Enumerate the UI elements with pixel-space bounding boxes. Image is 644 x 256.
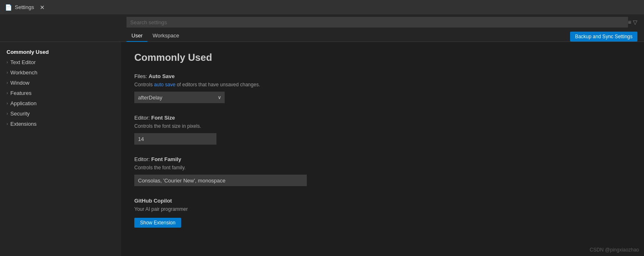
sidebar-item-window[interactable]: › Window (0, 78, 121, 88)
content-area: Commonly Used › Text Editor › Workbench … (0, 42, 644, 256)
backup-sync-button[interactable]: Backup and Sync Settings (570, 32, 637, 42)
setting-label-prefix: Files: (134, 73, 149, 79)
setting-label-autosave: Files: Auto Save (134, 73, 631, 79)
search-row: ≡ ▽ (0, 14, 644, 30)
sidebar-item-application[interactable]: › Application (0, 98, 121, 108)
setting-font-family: Editor: Font Family Controls the font fa… (134, 156, 631, 186)
page-title: Commonly Used (134, 52, 631, 63)
chevron-right-icon: › (7, 101, 8, 106)
sidebar-item-label: Features (10, 90, 31, 96)
search-input[interactable] (126, 17, 628, 28)
sidebar: Commonly Used › Text Editor › Workbench … (0, 42, 121, 256)
sidebar-item-label: Extensions (10, 121, 37, 127)
sidebar-item-label: Window (10, 80, 29, 86)
watermark: CSDN @pingxiaozhao (590, 247, 639, 253)
setting-desc-github: Your AI pair programmer (134, 205, 631, 213)
setting-github-copilot: GitHub Copilot Your AI pair programmer S… (134, 198, 631, 228)
setting-desc-fontsize: Controls the font size in pixels. (134, 122, 631, 130)
setting-label-bold: Font Family (151, 156, 181, 162)
setting-label-bold: Auto Save (149, 73, 175, 79)
font-family-input[interactable] (134, 175, 307, 186)
github-copilot-title: GitHub Copilot (134, 198, 631, 204)
autosave-select[interactable]: off afterDelay afterWindowChange onFocus… (134, 92, 225, 103)
setting-label-fontsize: Editor: Font Size (134, 115, 631, 121)
sidebar-item-features[interactable]: › Features (0, 88, 121, 98)
setting-files-autosave: Files: Auto Save Controls auto save of e… (134, 73, 631, 103)
filter-icon: ▽ (633, 19, 637, 25)
search-icons: ≡ ▽ (628, 19, 637, 25)
main-container: ≡ ▽ User Workspace Backup and Sync Setti… (0, 14, 644, 256)
chevron-right-icon: › (7, 122, 8, 126)
sidebar-item-text-editor[interactable]: › Text Editor (0, 57, 121, 67)
sidebar-item-label: Commonly Used (7, 49, 49, 55)
chevron-right-icon: › (7, 70, 8, 75)
filter-lines-icon: ≡ (628, 19, 631, 25)
setting-font-size: Editor: Font Size Controls the font size… (134, 115, 631, 145)
setting-desc-autosave: Controls auto save of editors that have … (134, 81, 631, 88)
titlebar: 📄 Settings ✕ (0, 0, 644, 14)
sidebar-item-security[interactable]: › Security (0, 108, 121, 119)
chevron-right-icon: › (7, 81, 8, 85)
autosave-link[interactable]: auto save (154, 82, 175, 88)
tab-user[interactable]: User (126, 30, 147, 42)
sidebar-nav: Commonly Used › Text Editor › Workbench … (0, 42, 121, 134)
settings-icon: 📄 (5, 4, 12, 11)
setting-label-bold: Font Size (151, 115, 175, 121)
setting-desc-fontfamily: Controls the font family. (134, 164, 631, 171)
tabs-row: User Workspace Backup and Sync Settings (0, 30, 644, 42)
sidebar-item-label: Text Editor (10, 59, 35, 65)
chevron-right-icon: › (7, 111, 8, 116)
setting-label-fontfamily: Editor: Font Family (134, 156, 631, 162)
tab-workspace[interactable]: Workspace (147, 30, 184, 42)
font-size-input[interactable] (134, 133, 216, 145)
sidebar-item-commonly-used[interactable]: Commonly Used (0, 47, 121, 57)
chevron-right-icon: › (7, 91, 8, 95)
setting-label-prefix: Editor: (134, 115, 151, 121)
close-button[interactable]: ✕ (37, 3, 47, 12)
chevron-right-icon: › (7, 60, 8, 65)
sidebar-item-extensions[interactable]: › Extensions (0, 119, 121, 129)
select-wrapper-autosave: off afterDelay afterWindowChange onFocus… (134, 92, 225, 103)
sidebar-item-label: Application (10, 100, 37, 106)
titlebar-title: Settings (15, 4, 34, 10)
show-extension-button[interactable]: Show Extension (134, 218, 181, 228)
setting-label-prefix: Editor: (134, 156, 151, 162)
main-content: Commonly Used Files: Auto Save Controls … (121, 42, 644, 256)
sidebar-item-workbench[interactable]: › Workbench (0, 67, 121, 78)
sidebar-item-label: Workbench (10, 69, 37, 76)
top-section: ≡ ▽ User Workspace Backup and Sync Setti… (0, 14, 644, 42)
sidebar-item-label: Security (10, 111, 30, 117)
